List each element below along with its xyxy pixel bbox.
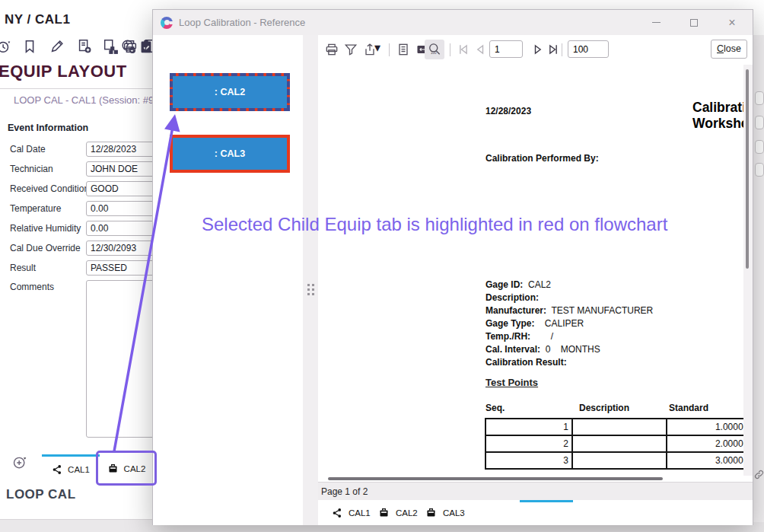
- first-page-icon[interactable]: [456, 42, 471, 57]
- history-icon[interactable]: [0, 38, 12, 55]
- cell-standard: 1.000000: [667, 419, 753, 435]
- report-page: 12/28/2023 Calibration Worksheet Calibra…: [318, 65, 753, 476]
- cell-seq: 1: [485, 419, 572, 435]
- info-value: TEST MANUFACTURER: [546, 305, 653, 316]
- minimize-icon[interactable]: [645, 14, 667, 32]
- zoom-100-icon[interactable]: 100: [427, 42, 442, 57]
- report-toolbar: ▾ 100: [318, 36, 753, 65]
- field-label: Received Condition: [10, 183, 89, 194]
- print-icon[interactable]: [324, 42, 339, 57]
- info-label: Gage Type:: [485, 318, 534, 329]
- report-statusbar: Page 1 of 2: [318, 482, 753, 500]
- info-label: Description:: [485, 292, 539, 303]
- dialog-title: Loop Calibration - Reference: [179, 17, 305, 28]
- app-logo-icon: [161, 17, 173, 29]
- breadcrumb: NY / CAL1: [5, 12, 70, 27]
- page-title: EQUIP LAYOUT: [0, 62, 127, 81]
- technician-input[interactable]: [86, 161, 159, 177]
- share-icon: [52, 464, 62, 475]
- loop-calibration-dialog: Loop Calibration - Reference × CAL1 : CA…: [152, 9, 753, 525]
- info-label: Cal. Interval:: [485, 344, 540, 355]
- page-number-input[interactable]: [489, 40, 523, 58]
- separator: [389, 43, 390, 56]
- horizontal-scrollbar-thumb[interactable]: [328, 477, 663, 480]
- document-add-icon[interactable]: [76, 38, 93, 55]
- cell-standard: 2.000000: [667, 435, 753, 452]
- field-label: Comments: [10, 282, 54, 292]
- page-count: Page 1 of 2: [321, 486, 368, 497]
- field-label: Cal Date: [10, 144, 46, 155]
- comments-textarea[interactable]: [86, 280, 159, 438]
- document-flow-icon[interactable]: [102, 38, 119, 55]
- share-icon: [332, 508, 342, 518]
- field-label: Result: [10, 263, 36, 273]
- info-label: Calibration Result:: [485, 357, 567, 368]
- dialog-tabbar: CAL1 CAL2 CAL3: [318, 500, 753, 525]
- close-icon[interactable]: ×: [721, 14, 743, 32]
- annotation-text: Selected Child Equip tab is highlighted …: [202, 214, 667, 235]
- last-page-icon[interactable]: [546, 42, 561, 57]
- close-button[interactable]: Close: [711, 40, 747, 59]
- test-points-heading: Test Points: [485, 377, 538, 388]
- cell-seq: 2: [485, 435, 572, 452]
- cell-description: [572, 435, 667, 452]
- flowchart-node-cal3[interactable]: : CAL3: [170, 135, 290, 173]
- maximize-icon[interactable]: [683, 14, 705, 32]
- table-row: 2 2.000000 2.015000: [485, 435, 753, 452]
- separator: [562, 43, 562, 56]
- edit-icon[interactable]: [49, 38, 65, 55]
- info-value: 0 MONTHS: [540, 344, 600, 355]
- info-label: Temp./RH:: [485, 331, 530, 342]
- chain-icon[interactable]: [753, 469, 764, 480]
- cell-standard: 3.000000: [667, 452, 753, 469]
- bookmark-icon[interactable]: [21, 38, 38, 55]
- dialog-tab-cal3[interactable]: CAL3: [425, 500, 465, 525]
- panel-splitter[interactable]: [303, 35, 318, 525]
- active-tab-indicator: [520, 500, 573, 502]
- flowchart-node-cal2[interactable]: : CAL2: [170, 73, 290, 111]
- performed-by-label: Calibration Performed By:: [485, 153, 599, 164]
- info-value: CAL2: [523, 279, 551, 290]
- briefcase-icon: [378, 507, 390, 518]
- prev-page-icon[interactable]: [473, 42, 489, 57]
- field-label: Relative Humidity: [10, 223, 81, 234]
- info-label: Manufacturer:: [485, 305, 546, 316]
- temperature-input[interactable]: [86, 201, 159, 216]
- footer-title: LOOP CAL: [6, 487, 76, 502]
- tab-cal1[interactable]: CAL1: [42, 454, 100, 483]
- printer-icon[interactable]: [122, 38, 138, 55]
- tab-label: CAL1: [349, 508, 371, 518]
- vertical-scrollbar-thumb[interactable]: [746, 69, 749, 269]
- export-dropdown-caret-icon[interactable]: ▾: [374, 40, 380, 46]
- flowchart-panel: CAL1 : CAL2 : CAL3: [153, 35, 303, 525]
- next-page-icon[interactable]: [530, 42, 545, 57]
- tab-label: CAL1: [68, 465, 90, 474]
- cal-date-input[interactable]: [86, 142, 159, 157]
- field-end: [755, 140, 764, 154]
- dialog-tab-cal1[interactable]: CAL1: [332, 500, 371, 525]
- cal-due-override-input[interactable]: [86, 241, 159, 256]
- field-end: [755, 91, 764, 105]
- dialog-tab-cal2[interactable]: CAL2: [378, 500, 418, 525]
- node-label: : CAL2: [215, 87, 245, 97]
- received-condition-input[interactable]: [86, 181, 159, 196]
- relative-humidity-input[interactable]: [86, 221, 159, 236]
- test-points-table: 1 1.000000 1.015000 2 2.000000 2.015000 …: [485, 418, 753, 474]
- col-header: Description: [579, 403, 629, 413]
- separator: [450, 43, 450, 56]
- info-label: Gage ID:: [485, 279, 523, 290]
- report-date: 12/28/2023: [485, 106, 531, 116]
- table-row: 1 1.000000 1.015000: [485, 419, 753, 435]
- splitter-grip-icon[interactable]: [307, 284, 314, 295]
- tab-label: CAL3: [443, 508, 465, 518]
- dialog-titlebar[interactable]: Loop Calibration - Reference ×: [153, 10, 753, 35]
- field-label: Temperature: [10, 203, 61, 214]
- page-view-icon[interactable]: [396, 42, 411, 57]
- add-circle-icon[interactable]: [12, 455, 27, 470]
- field-end: [755, 116, 764, 129]
- filter-icon[interactable]: [343, 42, 358, 57]
- result-input[interactable]: [86, 260, 159, 276]
- zoom-level-input[interactable]: [568, 40, 609, 58]
- info-value: /: [530, 331, 553, 342]
- info-value: CALIPER: [534, 318, 584, 329]
